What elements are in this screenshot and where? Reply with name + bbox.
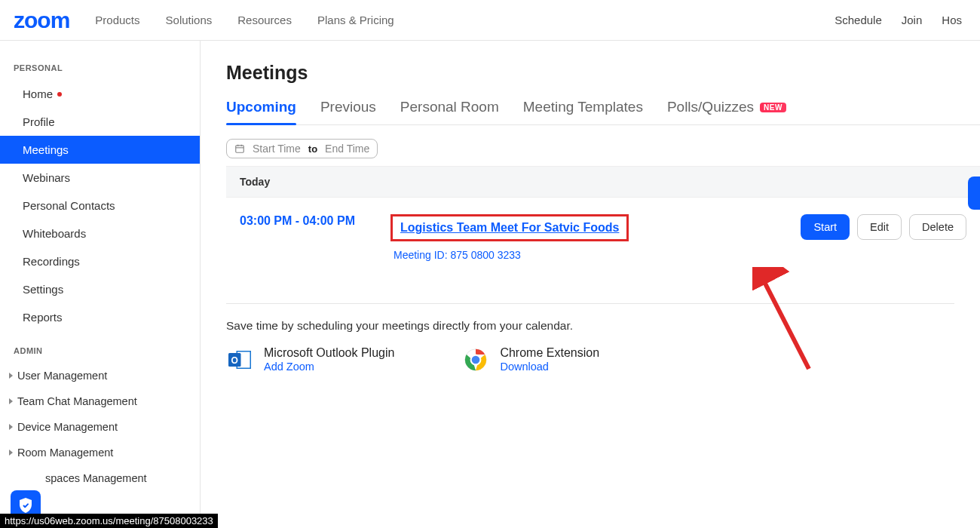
- meeting-row: 03:00 PM - 04:00 PM Logistics Team Meet …: [226, 198, 980, 281]
- nav-join[interactable]: Join: [902, 14, 923, 26]
- delete-button[interactable]: Delete: [909, 214, 966, 240]
- nav-schedule[interactable]: Schedule: [835, 14, 882, 26]
- top-nav: zoom Products Solutions Resources Plans …: [0, 0, 980, 41]
- sidebar-item-profile[interactable]: Profile: [0, 108, 200, 136]
- sidebar-item-settings[interactable]: Settings: [0, 275, 200, 303]
- sidebar-item-spaces-management[interactable]: spaces Management: [0, 465, 200, 491]
- plugin-chrome: Chrome Extension Download: [462, 346, 599, 373]
- calendar-icon: [234, 143, 245, 154]
- svg-text:O: O: [231, 355, 238, 366]
- zoom-logo: zoom: [14, 8, 69, 33]
- end-time-placeholder: End Time: [325, 143, 369, 155]
- sidebar-item-label: Home: [23, 87, 53, 100]
- page-title: Meetings: [226, 62, 980, 84]
- new-badge: NEW: [760, 103, 786, 112]
- sidebar-item-reports[interactable]: Reports: [0, 303, 200, 331]
- nav-solutions[interactable]: Solutions: [166, 14, 213, 26]
- meeting-time: 03:00 PM - 04:00 PM: [240, 214, 368, 228]
- sidebar-item-label: Settings: [23, 283, 63, 296]
- calendar-tip: Save time by scheduling your meetings di…: [226, 319, 980, 333]
- tab-polls-quizzes[interactable]: Polls/Quizzes NEW: [667, 99, 786, 124]
- add-zoom-link[interactable]: Add Zoom: [264, 361, 314, 373]
- start-time-placeholder: Start Time: [253, 143, 301, 155]
- sidebar-heading-admin: ADMIN: [0, 342, 200, 363]
- download-link[interactable]: Download: [500, 361, 549, 373]
- browser-status-bar: https://us06web.zoom.us/meeting/87508003…: [0, 514, 218, 528]
- sidebar-item-webinars[interactable]: Webinars: [0, 164, 200, 192]
- filter-row: Start Time to End Time: [226, 139, 980, 158]
- edit-button[interactable]: Edit: [857, 214, 902, 240]
- chrome-icon: [462, 346, 489, 373]
- tab-label: Upcoming: [226, 99, 296, 115]
- tab-personal-room[interactable]: Personal Room: [400, 99, 499, 124]
- nav-host[interactable]: Hos: [942, 14, 962, 26]
- sidebar-item-home[interactable]: Home: [0, 80, 200, 108]
- top-nav-left: zoom Products Solutions Resources Plans …: [14, 8, 394, 33]
- annotation-highlight-box: Logistics Team Meet For Satvic Foods: [390, 214, 629, 241]
- nav-plans-pricing[interactable]: Plans & Pricing: [317, 14, 394, 26]
- schedule-meeting-button-edge[interactable]: [968, 177, 980, 210]
- plugin-title: Chrome Extension: [500, 346, 599, 360]
- tab-label: Previous: [320, 99, 376, 115]
- meeting-id: Meeting ID: 875 0800 3233: [394, 249, 778, 261]
- sidebar-item-label: Meetings: [23, 143, 69, 156]
- plugin-title: Microsoft Outlook Plugin: [264, 346, 394, 360]
- chevron-right-icon: [9, 450, 13, 456]
- main-content: Meetings Upcoming Previous Personal Room…: [201, 41, 980, 528]
- sidebar-item-label: Personal Contacts: [23, 199, 115, 212]
- sidebar-item-label: spaces Management: [45, 472, 147, 484]
- time-range-picker[interactable]: Start Time to End Time: [226, 139, 378, 158]
- sidebar-item-label: Profile: [23, 115, 55, 128]
- outlook-icon: O: [226, 346, 253, 373]
- sidebar-item-meetings[interactable]: Meetings: [0, 136, 200, 164]
- sidebar-item-team-chat-management[interactable]: Team Chat Management: [0, 388, 200, 414]
- sidebar-item-label: Recordings: [23, 255, 80, 268]
- chevron-right-icon: [9, 373, 13, 379]
- tab-label: Meeting Templates: [523, 99, 643, 115]
- sidebar-item-label: Room Management: [17, 447, 113, 459]
- sidebar-item-whiteboards[interactable]: Whiteboards: [0, 219, 200, 247]
- sidebar: PERSONAL Home Profile Meetings Webinars …: [0, 41, 201, 528]
- start-button[interactable]: Start: [801, 214, 850, 240]
- nav-resources[interactable]: Resources: [237, 14, 292, 26]
- tab-upcoming[interactable]: Upcoming: [226, 99, 296, 124]
- sidebar-item-personal-contacts[interactable]: Personal Contacts: [0, 192, 200, 219]
- sidebar-item-user-management[interactable]: User Management: [0, 363, 200, 388]
- sidebar-item-label: Team Chat Management: [17, 395, 137, 407]
- meeting-info: Logistics Team Meet For Satvic Foods Mee…: [390, 214, 778, 261]
- sidebar-heading-personal: PERSONAL: [0, 59, 200, 80]
- top-nav-right: Schedule Join Hos: [835, 14, 962, 26]
- sidebar-item-label: Reports: [23, 311, 63, 324]
- meeting-actions: Start Edit Delete: [801, 214, 966, 240]
- tab-previous[interactable]: Previous: [320, 99, 376, 124]
- tab-label: Personal Room: [400, 99, 499, 115]
- sidebar-item-recordings[interactable]: Recordings: [0, 247, 200, 275]
- today-heading: Today: [226, 166, 980, 198]
- nav-products[interactable]: Products: [95, 14, 139, 26]
- sidebar-item-label: Device Management: [17, 421, 118, 433]
- svg-rect-0: [236, 146, 244, 152]
- sidebar-item-label: User Management: [17, 370, 107, 382]
- sidebar-item-device-management[interactable]: Device Management: [0, 414, 200, 440]
- meeting-title-link[interactable]: Logistics Team Meet For Satvic Foods: [400, 221, 619, 234]
- to-label: to: [308, 143, 317, 155]
- sidebar-item-label: Whiteboards: [23, 227, 86, 240]
- tab-label: Polls/Quizzes: [667, 99, 754, 115]
- sidebar-item-label: Webinars: [23, 171, 70, 184]
- plugins: O Microsoft Outlook Plugin Add Zoom: [226, 346, 980, 373]
- chevron-right-icon: [9, 424, 13, 430]
- tabs: Upcoming Previous Personal Room Meeting …: [226, 99, 980, 125]
- divider: [226, 303, 954, 304]
- notification-dot-icon: [57, 92, 62, 97]
- sidebar-item-room-management[interactable]: Room Management: [0, 440, 200, 465]
- tab-meeting-templates[interactable]: Meeting Templates: [523, 99, 643, 124]
- shield-check-icon: [17, 496, 35, 514]
- chevron-right-icon: [9, 398, 13, 404]
- plugin-outlook: O Microsoft Outlook Plugin Add Zoom: [226, 346, 394, 373]
